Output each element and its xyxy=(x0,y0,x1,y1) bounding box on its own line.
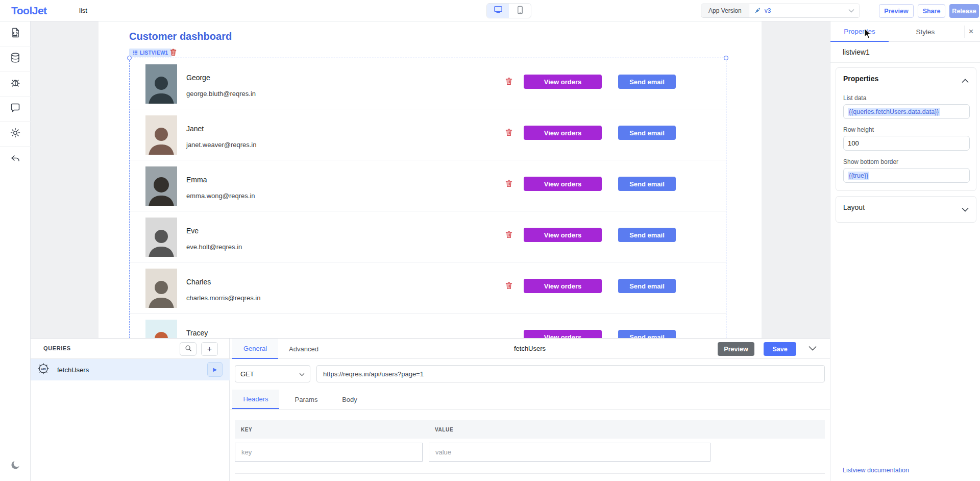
listview-widget[interactable]: George george.bluth@reqres.in View order… xyxy=(129,58,726,338)
query-item-fetchusers[interactable]: API fetchUsers ▶ xyxy=(31,359,230,380)
database-icon xyxy=(9,52,21,66)
delete-widget-icon[interactable] xyxy=(169,48,177,58)
row-trash-icon[interactable] xyxy=(505,230,513,241)
tab-properties[interactable]: Properties xyxy=(830,21,889,42)
tab-body[interactable]: Body xyxy=(334,390,365,409)
query-name: fetchUsers xyxy=(57,366,89,374)
device-layout-toggle xyxy=(486,3,531,18)
tab-params[interactable]: Params xyxy=(286,390,327,409)
avatar xyxy=(145,115,177,155)
send-email-button[interactable]: Send email xyxy=(618,177,676,191)
view-orders-button[interactable]: View orders xyxy=(524,228,602,242)
tab-advanced[interactable]: Advanced xyxy=(278,339,329,359)
widget-tag-listview1[interactable]: LISTVIEW1 xyxy=(129,49,172,57)
view-orders-button[interactable]: View orders xyxy=(524,330,602,338)
send-email-button[interactable]: Send email xyxy=(618,330,676,338)
share-button[interactable]: Share xyxy=(918,4,945,18)
tab-divider xyxy=(230,409,830,410)
row-trash-icon[interactable] xyxy=(505,77,513,88)
collapse-panel-icon[interactable] xyxy=(808,344,817,353)
customer-name: Emma xyxy=(186,176,207,184)
customer-email: emma.wong@reqres.in xyxy=(186,192,255,200)
row-height-input[interactable]: 100 xyxy=(843,136,970,151)
release-button[interactable]: Release xyxy=(949,4,979,18)
moon-icon xyxy=(10,460,21,473)
header-value-input[interactable] xyxy=(429,443,710,462)
app-name[interactable]: list xyxy=(79,7,87,14)
comment-icon xyxy=(9,102,21,116)
view-orders-button[interactable]: View orders xyxy=(524,177,602,191)
add-query-button[interactable]: + xyxy=(201,342,218,356)
row-trash-icon[interactable] xyxy=(505,128,513,139)
header-key-input[interactable] xyxy=(235,443,423,462)
gear-icon xyxy=(9,127,21,141)
list-item: George george.bluth@reqres.in View order… xyxy=(130,58,726,109)
app-canvas[interactable]: Customer dashboard LISTVIEW1 George geor… xyxy=(99,21,762,338)
view-orders-button[interactable]: View orders xyxy=(524,279,602,293)
app-version-control: App Version v3 xyxy=(701,4,860,18)
sidebar-item-debugger[interactable] xyxy=(0,71,31,97)
send-email-button[interactable]: Send email xyxy=(618,228,676,242)
search-icon xyxy=(185,345,192,354)
list-item: Eve eve.holt@reqres.in View orders Send … xyxy=(130,211,726,262)
send-email-button[interactable]: Send email xyxy=(618,126,676,140)
run-query-button[interactable]: ▶ xyxy=(207,362,223,377)
view-orders-button[interactable]: View orders xyxy=(524,75,602,89)
send-email-button[interactable]: Send email xyxy=(618,279,676,293)
chevron-down-icon xyxy=(848,7,854,14)
query-list: QUERIES + API fetchUsers ▶ xyxy=(31,339,230,481)
request-url-input[interactable] xyxy=(316,365,825,382)
show-bottom-border-input[interactable]: {{true}} xyxy=(843,168,970,183)
sidebar-item-comments[interactable] xyxy=(0,97,31,122)
chevron-up-icon[interactable] xyxy=(962,76,969,85)
http-method-select[interactable]: GET xyxy=(235,365,310,382)
list-data-input[interactable]: {{queries.fetchUsers.data.data}} xyxy=(843,104,970,119)
sidebar-item-database[interactable] xyxy=(0,46,31,71)
version-select[interactable]: v3 xyxy=(749,4,860,17)
tab-styles[interactable]: Styles xyxy=(889,21,962,42)
desktop-toggle-button[interactable] xyxy=(487,4,509,18)
send-email-button[interactable]: Send email xyxy=(618,75,676,89)
left-sidebar xyxy=(0,21,31,481)
query-save-button[interactable]: Save xyxy=(764,342,796,356)
search-query-button[interactable] xyxy=(180,342,197,356)
inspector-panel: Properties Styles × listview1 Properties… xyxy=(830,21,980,481)
page-title[interactable]: Customer dashboard xyxy=(129,31,232,42)
inspector-tabs: Properties Styles × xyxy=(830,21,980,42)
row-trash-icon[interactable] xyxy=(505,179,513,190)
customer-name: Janet xyxy=(186,125,204,133)
customer-name: Charles xyxy=(186,278,211,286)
view-orders-button[interactable]: View orders xyxy=(524,126,602,140)
query-editor: fetchUsers General Advanced Preview Save… xyxy=(230,339,830,481)
customer-email: janet.weaver@reqres.in xyxy=(186,141,256,149)
list-data-label: List data xyxy=(843,94,866,102)
table-divider xyxy=(235,473,825,474)
chevron-down-icon[interactable] xyxy=(962,205,969,214)
list-item: Tracey View orders Send email xyxy=(130,314,726,338)
show-bottom-border-value: {{true}} xyxy=(848,172,869,180)
resize-handle-top-left[interactable] xyxy=(127,56,132,60)
listview-widget-icon xyxy=(133,50,138,56)
customer-name: Tracey xyxy=(186,329,208,337)
query-preview-button[interactable]: Preview xyxy=(718,342,754,356)
dark-mode-toggle[interactable] xyxy=(0,460,31,473)
avatar xyxy=(145,320,177,338)
sidebar-item-pages[interactable] xyxy=(0,21,31,46)
list-data-value: {{queries.fetchUsers.data.data}} xyxy=(848,108,940,116)
key-column-header: KEY xyxy=(241,427,435,432)
preview-app-button[interactable]: Preview xyxy=(879,4,914,18)
row-trash-icon[interactable] xyxy=(505,281,513,292)
tab-general[interactable]: General xyxy=(232,339,278,359)
listview-documentation-link[interactable]: Listview documentation xyxy=(843,467,909,474)
chevron-down-icon xyxy=(299,370,305,378)
row-height-value: 100 xyxy=(848,139,859,147)
mobile-toggle-button[interactable] xyxy=(509,4,531,18)
list-item: Janet janet.weaver@reqres.in View orders… xyxy=(130,109,726,160)
version-value-text: v3 xyxy=(765,7,771,14)
close-inspector-icon[interactable]: × xyxy=(964,26,977,38)
divider xyxy=(830,62,980,63)
sidebar-item-undo[interactable] xyxy=(0,147,31,172)
sidebar-item-settings[interactable] xyxy=(0,122,31,147)
resize-handle-top-right[interactable] xyxy=(724,56,728,60)
tab-headers[interactable]: Headers xyxy=(232,390,279,409)
